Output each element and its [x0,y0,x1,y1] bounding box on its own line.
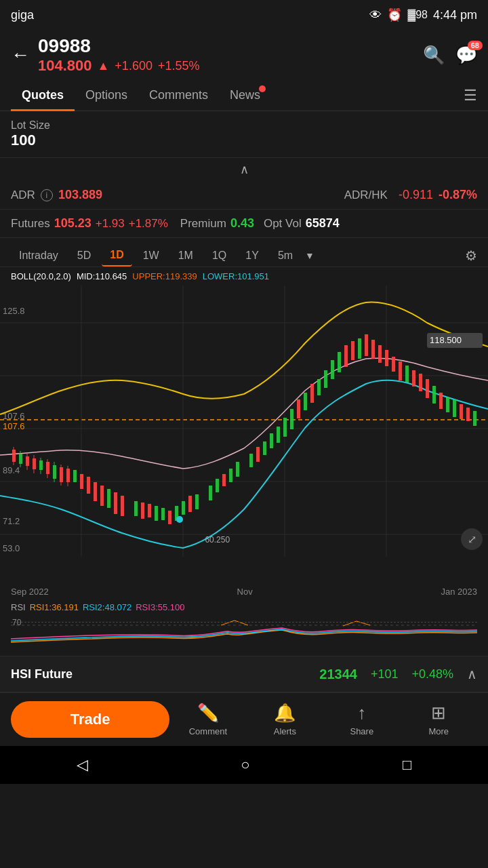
boll-indicator: BOLL(20.0,2.0) MID:110.645 UPPER:119.339… [0,267,488,285]
chart-svg: 118.500 [0,285,488,584]
android-home-button[interactable]: ○ [241,756,249,774]
premium-value: 0.43 [230,216,254,231]
svg-rect-52 [256,447,260,462]
tab-quotes[interactable]: Quotes [11,80,75,111]
adr-hk-change: -0.911 [399,188,433,202]
fullscreen-button[interactable]: ⤢ [461,528,483,550]
svg-text:118.500: 118.500 [430,335,462,345]
adr-info-icon[interactable]: i [41,189,53,201]
rsi3-value: RSI3:55.100 [136,602,184,612]
boll-lower: LOWER:101.951 [203,271,269,281]
chart-tab-1q[interactable]: 1Q [204,245,235,266]
hsi-pct: +0.48% [411,667,453,682]
svg-rect-36 [134,501,138,516]
svg-rect-68 [365,334,368,356]
alarm-icon: ⏰ [387,7,402,22]
chart-tab-1w[interactable]: 1W [135,245,167,266]
rsi-chart: 70 [11,615,477,656]
x-label-jan: Jan 2023 [441,587,477,597]
svg-rect-60 [310,384,314,403]
hsi-collapse-button[interactable]: ∧ [467,666,477,682]
alerts-nav-label: Alerts [274,726,296,736]
svg-rect-71 [385,350,388,366]
svg-rect-67 [358,338,361,359]
tab-options[interactable]: Options [75,80,138,111]
svg-rect-61 [317,379,321,395]
y-label-53: 53.0 [3,543,20,553]
chart-tab-1m[interactable]: 1M [170,245,201,266]
tab-news[interactable]: News [219,80,271,111]
price-chart[interactable]: 118.500 125.8 107.6 107.6 89.4 71.2 53.0… [0,285,488,584]
svg-rect-58 [297,399,300,418]
svg-rect-78 [432,386,436,403]
trade-button[interactable]: Trade [11,701,169,738]
svg-point-85 [176,516,183,523]
price-arrow-icon: ▲ [98,59,110,73]
optvol-label: Opt Vol [264,217,302,231]
rsi1-value: RSI1:36.191 [30,602,79,612]
svg-rect-79 [439,393,443,409]
svg-rect-74 [405,366,409,382]
share-icon: ↑ [357,703,366,724]
more-nav-item[interactable]: ⊞ More [401,703,477,736]
svg-rect-51 [249,454,253,467]
svg-rect-84 [473,411,476,426]
hsi-label: HSI Future [11,667,311,682]
current-price: 104.800 [38,57,92,75]
chart-tab-5m[interactable]: 5m [270,245,301,266]
y-label-125: 125.8 [3,306,25,316]
svg-rect-82 [460,404,463,419]
svg-rect-63 [331,360,334,379]
back-button[interactable]: ← [11,44,30,66]
hsi-future-bar: HSI Future 21344 +101 +0.48% ∧ [0,656,488,692]
search-icon[interactable]: 🔍 [423,45,445,66]
low-price-label: 60.250 [205,535,230,545]
comment-nav-item[interactable]: ✏️ Comment [169,703,246,736]
collapse-arrow-icon: ∧ [240,162,249,177]
svg-rect-33 [107,489,110,508]
chart-tab-5d[interactable]: 5D [69,245,99,266]
svg-rect-28 [73,470,77,482]
more-icon: ⊞ [431,703,446,724]
svg-rect-39 [155,506,158,521]
premium-label: Premium [180,217,226,231]
svg-rect-54 [270,433,273,448]
chat-button[interactable]: 💬 68 [455,45,477,66]
alerts-nav-item[interactable]: 🔔 Alerts [247,703,323,736]
adr-section: ADR i 103.889 ADR/HK -0.911 -0.87% [0,181,488,210]
optvol-value: 65874 [306,216,340,231]
header-icons: 🔍 💬 68 [423,45,477,66]
lot-size-section: Lot Size 100 [0,111,488,158]
chart-tab-1d[interactable]: 1D [102,245,131,267]
rsi-indicator: RSI RSI1:36.191 RSI2:48.072 RSI3:55.100 [0,599,488,615]
chart-tab-1y[interactable]: 1Y [237,245,267,266]
battery-indicator: ▓98 [407,9,427,21]
alerts-icon: 🔔 [274,703,296,724]
futures-change: +1.93 [96,217,125,231]
ticker-symbol: 09988 [38,35,415,57]
share-nav-item[interactable]: ↑ Share [323,703,400,736]
android-back-button[interactable]: ◁ [77,756,88,774]
collapse-button[interactable]: ∧ [0,158,488,181]
svg-rect-35 [121,496,124,516]
chart-settings-icon[interactable]: ⚙ [465,248,477,264]
svg-rect-70 [378,345,382,363]
chart-tab-dropdown-icon[interactable]: ▼ [305,250,314,261]
tab-comments[interactable]: Comments [138,80,219,111]
tabs-more-button[interactable]: ☰ [464,87,477,104]
y-label-71: 71.2 [3,516,20,526]
svg-rect-34 [114,492,117,514]
svg-rect-77 [426,379,429,398]
rsi-70-label: 70 [12,618,21,627]
svg-rect-64 [338,352,341,372]
android-recents-button[interactable]: □ [403,756,411,774]
svg-rect-44 [188,496,192,512]
chart-x-labels: Sep 2022 Nov Jan 2023 [0,584,488,599]
rsi2-value: RSI2:48.072 [83,602,131,612]
price-row: 104.800 ▲ +1.600 +1.55% [38,57,415,75]
android-navigation-bar: ◁ ○ □ [0,746,488,784]
svg-rect-57 [290,409,293,429]
chart-tab-intraday[interactable]: Intraday [11,245,66,266]
svg-rect-69 [371,340,375,359]
boll-params: BOLL(20.0,2.0) [11,271,71,281]
